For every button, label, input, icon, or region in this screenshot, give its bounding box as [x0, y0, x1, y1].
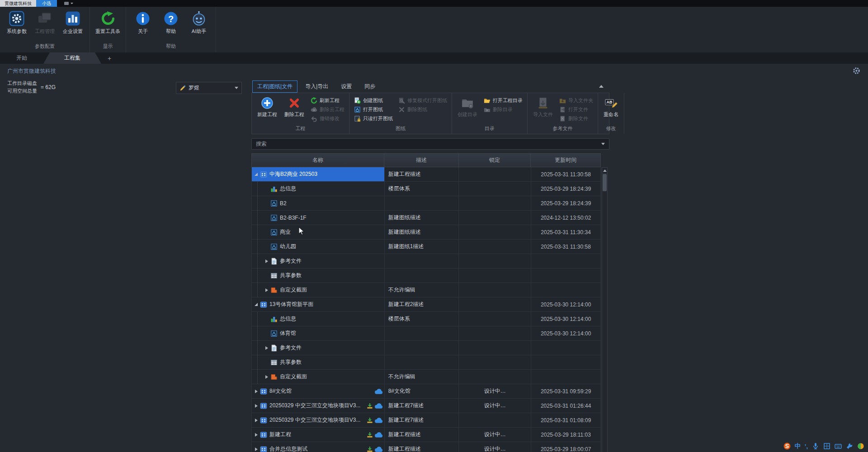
expand-arrow-icon[interactable] — [253, 442, 259, 452]
row-name-cell[interactable]: 共享参数 — [252, 355, 385, 369]
row-name-cell[interactable]: 参考文件 — [252, 341, 385, 355]
row-name-cell[interactable]: 总信息 — [252, 312, 385, 326]
table-row[interactable]: B2-B3F-1F新建图纸描述2024-12-12 13:50:02 — [252, 211, 601, 225]
row-name-cell[interactable]: 20250329 中交三滘立交地块项目V3... — [252, 413, 385, 427]
row-name-cell[interactable]: 共享参数 — [252, 268, 385, 282]
rename-button[interactable]: AB重命名 — [600, 94, 622, 118]
create-drawing-button[interactable]: 创建图纸 — [351, 96, 396, 105]
table-row[interactable]: 自定义截面不允许编辑 — [252, 370, 601, 384]
expand-arrow-icon[interactable] — [264, 370, 269, 384]
expand-arrow-icon — [264, 312, 269, 326]
table-row[interactable]: 8#文化馆8#文化馆设计中…2025-03-31 09:59:29 — [252, 384, 601, 399]
expand-arrow-icon[interactable] — [264, 341, 269, 355]
user-dropdown[interactable]: 罗煜 — [176, 82, 242, 94]
row-name-cell[interactable]: B2 — [252, 196, 385, 210]
table-row[interactable]: 中海B2商业 202503新建工程描述2025-03-31 11:30:58 — [252, 167, 601, 182]
table-row[interactable]: 共享参数 — [252, 355, 601, 370]
button-label: 工程管理 — [35, 28, 55, 35]
new-project-button[interactable]: 新建工程 — [254, 94, 281, 118]
table-row[interactable]: 13号体育馆新平面新建工程2描述2025-03-30 12:14:00 — [252, 297, 601, 312]
column-header[interactable]: 锁定 — [459, 154, 531, 167]
expand-arrow-icon[interactable] — [264, 254, 269, 268]
quick-menu-button[interactable] — [61, 0, 77, 7]
row-name-cell[interactable]: 幼儿园 — [252, 240, 385, 254]
wrench-icon[interactable] — [846, 443, 853, 450]
row-name-cell[interactable]: 自定义截面 — [252, 370, 385, 384]
expand-arrow-icon[interactable] — [253, 167, 259, 181]
expand-arrow-icon[interactable] — [264, 283, 269, 297]
table-row[interactable]: 新建工程新建工程描述设计中…2025-03-29 18:11:03 — [252, 428, 601, 442]
mic-icon[interactable] — [812, 443, 819, 450]
tab-import-export[interactable]: 导入|导出 — [300, 80, 333, 93]
project-icon — [260, 301, 267, 308]
row-name-cell[interactable]: 体育馆 — [252, 326, 385, 340]
expand-arrow-icon[interactable] — [253, 413, 259, 427]
table-row[interactable]: 合并总信息测试新建工程描述设计中…2025-03-29 18:00:07 — [252, 442, 601, 452]
tab-settings[interactable]: 设置 — [336, 80, 357, 93]
refresh-project-button[interactable]: 刷新工程 — [308, 96, 347, 105]
row-name-cell[interactable]: B2-B3F-1F — [252, 211, 385, 225]
undo-modify-button: 撤销修改 — [308, 114, 347, 123]
table-row[interactable]: 参考文件 — [252, 254, 601, 268]
app-title-tab[interactable]: 贯微建筑科技 — [0, 0, 36, 7]
expand-arrow-icon[interactable] — [253, 297, 259, 311]
row-lock-cell — [459, 413, 531, 427]
sogou-logo-icon[interactable] — [783, 443, 791, 450]
row-name-cell[interactable]: 中海B2商业 202503 — [252, 167, 385, 181]
table-row[interactable]: 幼儿园新建图纸1描述2025-03-31 11:30:58 — [252, 240, 601, 254]
table-row[interactable]: 20250329 中交三滘立交地块项目V3...新建工程7描述设计中…2025-… — [252, 399, 601, 413]
table-row[interactable]: 商业新建图纸描述2025-03-31 11:30:34 — [252, 225, 601, 240]
tab-project-drawing-file[interactable]: 工程|图纸|文件 — [252, 80, 297, 93]
column-header[interactable]: 名称 — [252, 154, 384, 167]
row-name-cell[interactable]: 自定义截面 — [252, 283, 385, 297]
vertical-scrollbar[interactable] — [602, 167, 608, 452]
open-drawing-button[interactable]: 打开图纸 — [351, 105, 396, 114]
collapse-ribbon-button[interactable] — [597, 83, 606, 90]
tab-project-set[interactable]: 工程集 — [43, 52, 101, 64]
column-header[interactable]: 描述 — [384, 154, 459, 167]
scroll-up-arrow[interactable] — [602, 168, 607, 174]
row-name-cell[interactable]: 13号体育馆新平面 — [252, 297, 385, 311]
delete-project-button[interactable]: 删除工程 — [281, 94, 308, 118]
about-button[interactable]: 关于 — [129, 9, 157, 36]
enterprise-settings-button[interactable]: 企业设置 — [59, 9, 87, 36]
table-row[interactable]: 自定义截面不允许编辑 — [252, 283, 601, 297]
ai-assistant-button[interactable]: AI助手 — [185, 9, 213, 36]
table-row[interactable]: B22025-03-29 18:24:39 — [252, 196, 601, 211]
scrollbar-thumb[interactable] — [603, 174, 607, 191]
expand-arrow-icon[interactable] — [253, 399, 259, 413]
row-name-cell[interactable]: 8#文化馆 — [252, 384, 385, 398]
table-row[interactable]: 20250329 中交三滘立交地块项目V3...新建工程7描述2025-03-3… — [252, 413, 601, 428]
row-name-cell[interactable]: 合并总信息测试 — [252, 442, 385, 452]
table-row[interactable]: 共享参数 — [252, 268, 601, 283]
help-button[interactable]: ?帮助 — [157, 9, 185, 36]
xiaoxun-assistant-tab[interactable]: 小迅 — [36, 0, 57, 7]
settings-gear-icon[interactable] — [853, 67, 860, 75]
row-name-cell[interactable]: 新建工程 — [252, 428, 385, 442]
table-row[interactable]: 总信息楼层体系2025-03-29 18:24:39 — [252, 182, 601, 196]
expand-arrow-icon[interactable] — [253, 384, 259, 398]
skin-icon[interactable] — [857, 443, 864, 450]
row-name-cell[interactable]: 20250329 中交三滘立交地块项目V3... — [252, 399, 385, 413]
column-header[interactable]: 更新时间 — [531, 154, 600, 167]
row-name-cell[interactable]: 总信息 — [252, 182, 385, 196]
open-project-directory-button[interactable]: 打开工程目录 — [481, 96, 525, 105]
punctuation-icon[interactable]: ’, — [805, 443, 808, 450]
tab-sync[interactable]: 同步 — [359, 80, 380, 93]
table-row[interactable]: 参考文件 — [252, 341, 601, 355]
system-params-button[interactable]: 系统参数 — [3, 9, 31, 36]
add-tab-button[interactable]: + — [101, 52, 118, 64]
readonly-open-drawing-button[interactable]: 只读打开图纸 — [351, 114, 396, 123]
row-name-cell[interactable]: 参考文件 — [252, 254, 385, 268]
keyboard-icon[interactable] — [835, 443, 842, 450]
tab-start[interactable]: 开始 — [0, 52, 43, 64]
handwriting-grid-icon[interactable] — [823, 443, 830, 450]
table-row[interactable]: 总信息楼层体系2025-03-30 12:14:00 — [252, 312, 601, 326]
button-label: 创建目录 — [458, 111, 477, 118]
table-row[interactable]: 体育馆2025-03-30 12:14:00 — [252, 326, 601, 341]
search-combobox[interactable]: 搜索 — [251, 138, 609, 150]
expand-arrow-icon[interactable] — [253, 428, 259, 442]
chinese-mode-icon[interactable]: 中 — [795, 443, 801, 450]
reset-toolbar-button[interactable]: 重置工具条 — [93, 9, 123, 36]
row-name-cell[interactable]: 商业 — [252, 225, 385, 239]
